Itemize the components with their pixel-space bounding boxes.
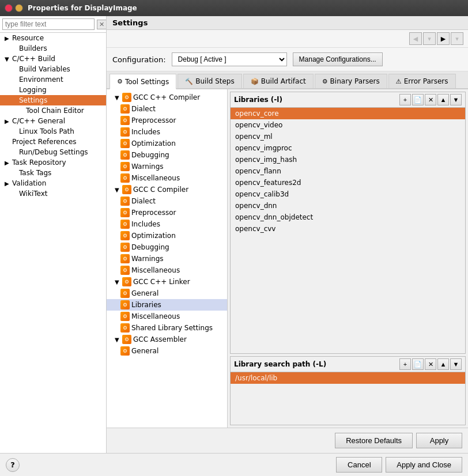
sidebar-item-resource[interactable]: ▶Resource: [0, 33, 106, 43]
sidebar-item-label-project-references: Project References: [12, 138, 77, 146]
tool-tree-label-general2: General: [131, 347, 158, 355]
manage-configurations-button[interactable]: Manage Configurations...: [293, 52, 383, 66]
tool-tree-item-gcc-c-compiler[interactable]: ▼⚙ GCC C Compiler: [107, 184, 227, 195]
sidebar-item-label-cpp-build: C/C++ Build: [12, 55, 55, 63]
tool-tree-item-preprocessor2[interactable]: ⚙ Preprocessor: [107, 207, 227, 218]
tool-tree-item-miscellaneous3[interactable]: ⚙ Miscellaneous: [107, 311, 227, 322]
sidebar-item-label-task-repository: Task Repository: [12, 158, 66, 167]
sidebar-item-task-repository[interactable]: ▶Task Repository: [0, 157, 106, 168]
tab-build-artifact[interactable]: 📦 Build Artifact: [243, 74, 314, 88]
lib-move-up-button[interactable]: ▲: [437, 94, 449, 105]
tree-arrow-validation: ▶: [5, 180, 10, 187]
lib-search-add-button[interactable]: +: [399, 358, 411, 370]
lib-add-file-button[interactable]: 📄: [412, 94, 424, 105]
sidebar-item-logging[interactable]: Logging: [0, 85, 106, 95]
filter-input[interactable]: [2, 18, 95, 30]
tool-tree-item-gcc-assembler[interactable]: ▼⚙ GCC Assembler: [107, 334, 227, 345]
tab-error-parsers[interactable]: ⚠ Error Parsers: [388, 74, 456, 88]
tab-tool-settings[interactable]: ⚙ Tool Settings: [110, 74, 176, 89]
sidebar-item-validation[interactable]: ▶Validation: [0, 178, 106, 188]
filter-clear-button[interactable]: ✕: [97, 20, 107, 29]
lib-item-opencv_dnn[interactable]: opencv_dnn: [231, 200, 465, 211]
tool-tree-item-general[interactable]: ⚙ General: [107, 288, 227, 299]
lib-search-item-usr_local_lib[interactable]: /usr/local/lib: [231, 372, 465, 384]
sidebar-item-builders[interactable]: Builders: [0, 43, 106, 54]
lib-search-move-up-button[interactable]: ▲: [437, 358, 449, 370]
lib-search-move-down-button[interactable]: ▼: [450, 358, 462, 370]
tool-tree-item-includes[interactable]: ⚙ Includes: [107, 126, 227, 138]
tool-tree-item-dialect2[interactable]: ⚙ Dialect: [107, 195, 227, 207]
tool-tree-item-gcc-cpp-linker[interactable]: ▼⚙ GCC C++ Linker: [107, 276, 227, 288]
lib-move-down-button[interactable]: ▼: [450, 94, 462, 105]
tool-tree-item-miscellaneous2[interactable]: ⚙ Miscellaneous: [107, 265, 227, 276]
sidebar-item-tool-chain-editor[interactable]: Tool Chain Editor: [0, 105, 106, 116]
restore-defaults-button[interactable]: Restore Defaults: [335, 433, 413, 448]
tool-tree-item-dialect[interactable]: ⚙ Dialect: [107, 103, 227, 115]
tool-tree-item-shared-library-settings[interactable]: ⚙ Shared Library Settings: [107, 322, 227, 334]
lib-search-delete-button[interactable]: ✕: [425, 358, 436, 370]
lib-panel: Libraries (-l) + 📄 ✕ ▲ ▼ opencv: [228, 89, 468, 428]
lib-search-add-file-button[interactable]: 📄: [412, 358, 424, 370]
sidebar-item-cpp-general[interactable]: ▶C/C++ General: [0, 116, 106, 126]
tool-tree-label-dialect: Dialect: [131, 105, 156, 113]
content-area: Settings ◀ ▾ ▶ ▾ Configuration: Debug [ …: [107, 16, 468, 453]
nav-forward-button[interactable]: ▶: [437, 32, 450, 45]
tool-icon-preprocessor: ⚙: [120, 116, 130, 125]
tool-tree-label-gcc-cpp-compiler: GCC C++ Compiler: [133, 93, 200, 101]
tool-tree-item-optimization2[interactable]: ⚙ Optimization: [107, 230, 227, 241]
lib-item-opencv_video[interactable]: opencv_video: [231, 119, 465, 131]
tab-binary-parsers[interactable]: ⚙ Binary Parsers: [315, 74, 387, 88]
lib-item-opencv_imgproc[interactable]: opencv_imgproc: [231, 142, 465, 154]
sidebar-item-environment[interactable]: Environment: [0, 74, 106, 85]
libraries-section-title: Libraries (-l): [234, 96, 282, 104]
tool-icon-gcc-cpp-compiler: ⚙: [122, 93, 131, 102]
cancel-button[interactable]: Cancel: [336, 457, 382, 473]
tool-tree-item-general2[interactable]: ⚙ General: [107, 345, 227, 357]
nav-back-dropdown[interactable]: ▾: [423, 32, 436, 45]
tool-tree-label-warnings: Warnings: [131, 163, 164, 171]
nav-forward-dropdown[interactable]: ▾: [451, 32, 463, 45]
tool-tree-item-includes2[interactable]: ⚙ Includes: [107, 218, 227, 230]
sidebar-item-settings[interactable]: Settings: [0, 95, 106, 105]
nav-back-button[interactable]: ◀: [409, 32, 422, 45]
tool-tree-item-libraries[interactable]: ⚙ Libraries: [107, 299, 227, 311]
help-button[interactable]: ?: [6, 458, 20, 472]
lib-item-opencv_flann[interactable]: opencv_flann: [231, 165, 465, 177]
sidebar-item-linux-tools-path[interactable]: Linux Tools Path: [0, 126, 106, 137]
tab-build-steps[interactable]: 🔨 Build Steps: [178, 74, 242, 88]
lib-item-opencv_core[interactable]: opencv_core: [231, 108, 465, 119]
tool-tree-item-gcc-cpp-compiler[interactable]: ▼⚙ GCC C++ Compiler: [107, 92, 227, 103]
lib-item-opencv_features2d[interactable]: opencv_features2d: [231, 177, 465, 188]
apply-and-close-button[interactable]: Apply and Close: [386, 457, 462, 473]
sidebar-item-wikitext[interactable]: WikiText: [0, 188, 106, 199]
sidebar-item-run-debug-settings[interactable]: Run/Debug Settings: [0, 147, 106, 157]
close-button[interactable]: [5, 4, 13, 12]
lib-search-section-title: Library search path (-L): [234, 360, 326, 368]
lib-item-opencv_ml[interactable]: opencv_ml: [231, 131, 465, 142]
lib-item-opencv_dnn_objdetect[interactable]: opencv_dnn_objdetect: [231, 211, 465, 223]
minimize-button[interactable]: [15, 4, 23, 12]
tree-arrow-cpp-general: ▶: [5, 118, 10, 124]
tool-tree-item-miscellaneous[interactable]: ⚙ Miscellaneous: [107, 172, 227, 184]
sidebar-item-cpp-build[interactable]: ▼C/C++ Build: [0, 54, 106, 64]
tool-tree-item-debugging2[interactable]: ⚙ Debugging: [107, 241, 227, 253]
sidebar-item-label-build-variables: Build Variables: [19, 65, 70, 73]
config-select[interactable]: Debug [ Active ]: [172, 52, 287, 66]
tool-tree-item-warnings2[interactable]: ⚙ Warnings: [107, 253, 227, 265]
sidebar-item-project-references[interactable]: Project References: [0, 137, 106, 147]
tool-tree-label-warnings2: Warnings: [131, 255, 164, 263]
tool-tree-item-warnings[interactable]: ⚙ Warnings: [107, 161, 227, 172]
lib-item-opencv_calib3d[interactable]: opencv_calib3d: [231, 188, 465, 200]
apply-button[interactable]: Apply: [416, 433, 462, 448]
lib-item-opencv_img_hash[interactable]: opencv_img_hash: [231, 154, 465, 165]
tool-tree-label-gcc-c-compiler: GCC C Compiler: [133, 186, 188, 194]
sidebar-item-build-variables[interactable]: Build Variables: [0, 64, 106, 74]
lib-add-button[interactable]: +: [399, 94, 411, 105]
tool-tree-item-debugging[interactable]: ⚙ Debugging: [107, 149, 227, 161]
tool-tree-item-preprocessor[interactable]: ⚙ Preprocessor: [107, 115, 227, 126]
window-controls[interactable]: [5, 4, 23, 12]
tool-tree-item-optimization[interactable]: ⚙ Optimization: [107, 138, 227, 149]
lib-item-opencv_cvv[interactable]: opencv_cvv: [231, 223, 465, 235]
sidebar-item-task-tags[interactable]: Task Tags: [0, 168, 106, 178]
lib-delete-button[interactable]: ✕: [425, 94, 436, 105]
